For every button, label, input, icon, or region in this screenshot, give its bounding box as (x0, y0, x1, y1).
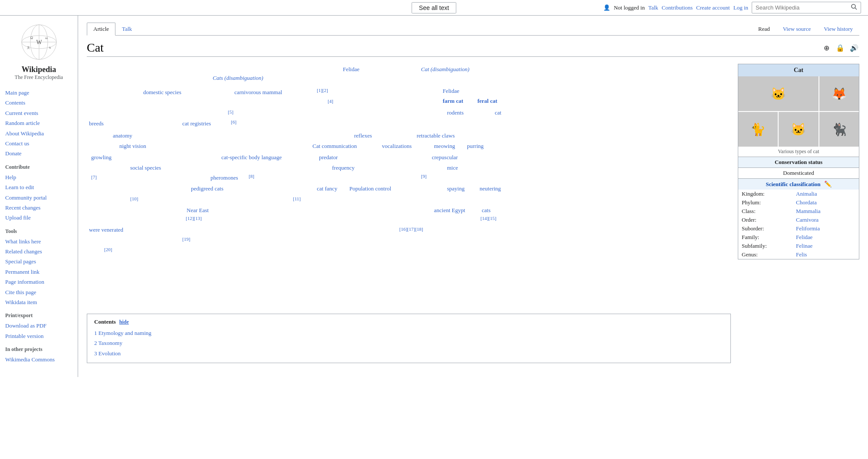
sidebar-item-permanent-link[interactable]: Permanent link (5, 267, 72, 277)
word-cloud-word[interactable]: pheromones (210, 174, 238, 181)
word-cloud-word[interactable]: neutering (480, 185, 501, 192)
word-cloud-word[interactable]: mice (447, 164, 458, 171)
sidebar-item-wikidata-item[interactable]: Wikidata item (5, 297, 72, 307)
edit-classification-icon[interactable]: ✏️ (824, 180, 832, 188)
search-input[interactable] (752, 3, 848, 13)
sidebar-item-special-pages[interactable]: Special pages (5, 256, 72, 266)
classification-value[interactable]: Feliformia (792, 224, 859, 233)
classification-value[interactable]: Carnivora (792, 216, 859, 224)
word-cloud-word[interactable]: Felidae (343, 66, 359, 73)
word-cloud-word[interactable]: cat registries (182, 120, 211, 127)
word-cloud-word[interactable]: breeds (89, 120, 104, 127)
word-cloud-word[interactable]: were venerated (89, 226, 123, 233)
sidebar-item-random-article[interactable]: Random article (5, 118, 72, 128)
contributions-link[interactable]: Contributions (662, 4, 693, 11)
word-cloud-word[interactable]: pedigreed cats (191, 185, 224, 192)
word-cloud-word[interactable]: growling (91, 154, 112, 161)
word-cloud-word[interactable]: carnivorous mammal (234, 89, 282, 96)
word-cloud-word[interactable]: feral cat (477, 98, 497, 105)
sidebar-item-community-portal[interactable]: Community portal (5, 193, 72, 203)
word-cloud-word[interactable]: anatomy (113, 132, 132, 139)
search-form[interactable] (752, 2, 861, 13)
word-cloud-word[interactable]: cats (482, 207, 490, 214)
tab-article[interactable]: Article (87, 23, 115, 36)
word-cloud-word[interactable]: cat fancy (317, 185, 337, 192)
word-cloud-word[interactable]: Population control (349, 185, 391, 192)
word-cloud-word[interactable]: [4] (328, 98, 333, 104)
word-cloud-word[interactable]: social species (130, 164, 161, 171)
lock-icon[interactable]: 🔒 (835, 43, 845, 53)
see-all-text-button[interactable]: See all text (411, 2, 456, 13)
word-cloud-word[interactable]: [11] (293, 196, 301, 201)
sidebar-item-cite-this-page[interactable]: Cite this page (5, 287, 72, 297)
sidebar-item-what-links-here[interactable]: What links here (5, 236, 72, 246)
tab-view-source[interactable]: View source (776, 23, 818, 36)
sidebar-item-recent-changes[interactable]: Recent changes (5, 203, 72, 213)
word-cloud-word[interactable]: domestic species (143, 89, 181, 96)
tab-view-history[interactable]: View history (817, 23, 859, 36)
word-cloud-word[interactable]: [14][15] (480, 216, 496, 221)
word-cloud-word[interactable]: [1][2] (317, 88, 328, 93)
classification-value[interactable]: Felis (792, 250, 859, 259)
word-cloud-word[interactable]: [5] (228, 109, 233, 115)
contents-item-2[interactable]: 2 Taxonomy (94, 338, 723, 348)
word-cloud-word[interactable]: ancient Egypt (434, 207, 465, 214)
word-cloud-word[interactable]: [8] (249, 174, 254, 179)
word-cloud-word[interactable]: vocalizations (382, 143, 412, 150)
word-cloud-word[interactable]: Felidae (443, 88, 459, 95)
word-cloud-word[interactable]: Cat (disambiguation) (421, 66, 470, 73)
sidebar-item-contact[interactable]: Contact us (5, 138, 72, 148)
word-cloud-word[interactable]: retractable claws (417, 132, 455, 139)
sidebar-item-download-pdf[interactable]: Download as PDF (5, 321, 72, 331)
word-cloud-word[interactable]: [6] (231, 119, 237, 125)
sidebar-item-current-events[interactable]: Current events (5, 108, 72, 118)
classification-value[interactable]: Felinae (792, 242, 859, 250)
word-cloud-word[interactable]: farm cat (443, 98, 463, 105)
talk-link[interactable]: Talk (648, 4, 658, 11)
sidebar-item-donate[interactable]: Donate (5, 148, 72, 158)
sidebar-item-printable-version[interactable]: Printable version (5, 331, 72, 341)
word-cloud-word[interactable]: rodents (447, 109, 464, 116)
word-cloud-word[interactable]: Cats (disambiguation) (213, 75, 263, 82)
login-link[interactable]: Log in (733, 4, 748, 11)
sidebar-item-help[interactable]: Help (5, 172, 72, 182)
word-cloud-word[interactable]: reflexes (354, 132, 372, 139)
classification-value[interactable]: Mammalia (792, 207, 859, 216)
sidebar-item-main-page[interactable]: Main page (5, 88, 72, 98)
sidebar-item-page-information[interactable]: Page information (5, 277, 72, 287)
word-cloud-word[interactable]: Near East (187, 207, 209, 214)
contents-hide-button[interactable]: hide (119, 319, 129, 325)
word-cloud-word[interactable]: cat-specific body language (221, 154, 282, 161)
word-cloud-word[interactable]: crepuscular (432, 154, 458, 161)
contents-item-3[interactable]: 3 Evolution (94, 348, 723, 358)
word-cloud-word[interactable]: [20] (104, 247, 112, 252)
classification-value[interactable]: Animalia (792, 190, 859, 198)
sidebar-item-learn-to-edit[interactable]: Learn to edit (5, 182, 72, 192)
word-cloud-word[interactable]: spaying (447, 185, 464, 192)
contents-item-1[interactable]: 1 Etymology and naming (94, 328, 723, 338)
sidebar-item-related-changes[interactable]: Related changes (5, 246, 72, 256)
sidebar-item-wikimedia-commons[interactable]: Wikimedia Commons (5, 354, 72, 364)
word-cloud-word[interactable]: [12][13] (186, 216, 202, 221)
classification-value[interactable]: Felidae (792, 233, 859, 242)
word-cloud-word[interactable]: [10] (130, 196, 138, 201)
classification-value[interactable]: Chordata (792, 198, 859, 207)
audio-icon[interactable]: 🔊 (849, 43, 859, 53)
word-cloud-word[interactable]: frequency (332, 164, 355, 171)
word-cloud-word[interactable]: meowing (434, 143, 455, 150)
word-cloud-word[interactable]: Cat communication (312, 143, 357, 150)
add-article-icon[interactable]: ⊕ (821, 43, 832, 53)
sidebar-item-about[interactable]: About Wikipedia (5, 128, 72, 138)
sidebar-item-contents[interactable]: Contents (5, 98, 72, 108)
word-cloud-word[interactable]: purring (467, 143, 483, 150)
tab-talk[interactable]: Talk (115, 23, 138, 36)
word-cloud-word[interactable]: predator (319, 154, 338, 161)
word-cloud-word[interactable]: night vision (119, 143, 146, 150)
word-cloud-word[interactable]: [7] (91, 174, 97, 180)
create-account-link[interactable]: Create account (696, 4, 730, 11)
search-button[interactable] (848, 2, 861, 13)
word-cloud-word[interactable]: cat (495, 109, 501, 116)
word-cloud-word[interactable]: [19] (182, 236, 190, 242)
word-cloud-word[interactable]: [16][17][18] (399, 226, 423, 232)
word-cloud-word[interactable]: [9] (421, 174, 427, 179)
